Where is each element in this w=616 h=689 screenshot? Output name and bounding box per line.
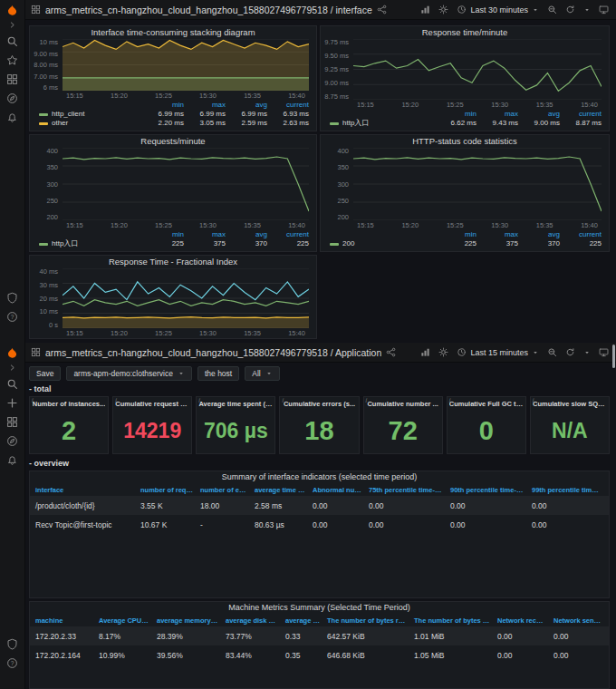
search-icon[interactable] bbox=[6, 378, 18, 390]
panel-info-icon[interactable]: i bbox=[32, 397, 34, 403]
legend-stat-header[interactable]: min bbox=[435, 110, 476, 119]
grafana-logo-icon[interactable] bbox=[5, 347, 19, 361]
service-dropdown[interactable]: arms-apm-demo:clothservice bbox=[66, 366, 192, 381]
column-header[interactable]: 75th percentile time-consuming bbox=[365, 486, 447, 494]
cycle-view-monitor-icon[interactable] bbox=[599, 5, 609, 15]
legend-series-toggle[interactable]: other bbox=[39, 119, 142, 128]
plot-area[interactable] bbox=[63, 39, 309, 91]
column-header[interactable]: 99th percentile time-consuming bbox=[528, 486, 605, 494]
panel-title[interactable]: Machine Metrics Summary (Selected Time P… bbox=[30, 602, 609, 614]
settings-gear-icon[interactable] bbox=[438, 347, 448, 357]
stat-title[interactable]: Average time spent (selected ti... bbox=[198, 400, 273, 408]
dashboard-title[interactable]: arms_metrics_cn-hangzhou_cloud_hangzhou_… bbox=[45, 347, 381, 358]
column-header[interactable]: Network receive errors bbox=[494, 616, 550, 625]
plot-area[interactable] bbox=[353, 148, 602, 220]
time-range-picker[interactable]: Last 30 minutes bbox=[457, 5, 539, 15]
alerting-bell-icon[interactable] bbox=[6, 454, 18, 466]
column-header[interactable]: number of errors bbox=[197, 486, 251, 494]
analytics-icon[interactable] bbox=[420, 347, 430, 357]
panel-info-icon[interactable]: i bbox=[449, 397, 451, 403]
sidebar-expand-icon[interactable] bbox=[8, 364, 16, 372]
host-dropdown[interactable]: All bbox=[245, 366, 279, 381]
refresh-icon[interactable] bbox=[565, 347, 575, 357]
help-icon[interactable] bbox=[6, 657, 18, 669]
legend-stat-header[interactable]: current bbox=[267, 230, 309, 239]
grafana-logo-icon[interactable] bbox=[5, 5, 19, 18]
column-header[interactable]: average load bbox=[282, 616, 323, 625]
stat-title[interactable]: Cumulative errors (s... bbox=[284, 400, 355, 408]
admin-shield-icon[interactable] bbox=[6, 638, 18, 650]
plot-area[interactable] bbox=[63, 148, 309, 220]
row-header-overview[interactable]: - overview bbox=[29, 459, 69, 468]
column-header[interactable]: The number of bytes received by the netw… bbox=[323, 616, 410, 625]
stat-title[interactable]: Number of instances... bbox=[33, 400, 105, 408]
column-header[interactable]: interface bbox=[32, 486, 137, 494]
admin-shield-icon[interactable] bbox=[6, 292, 18, 304]
column-header[interactable]: Abnormal number bbox=[309, 486, 365, 494]
alerting-bell-icon[interactable] bbox=[6, 112, 18, 123]
stat-title[interactable]: Cumulative slow SQL (selected... bbox=[533, 400, 607, 408]
zoom-out-icon[interactable] bbox=[547, 5, 557, 15]
refresh-interval-caret-icon[interactable] bbox=[583, 349, 591, 356]
stat-title[interactable]: Cumulative Full GC times (sele... bbox=[449, 400, 524, 408]
legend-stat-header[interactable]: max bbox=[184, 101, 226, 110]
explore-compass-icon[interactable] bbox=[6, 92, 18, 104]
legend-stat-header[interactable]: avg bbox=[226, 230, 267, 239]
legend-series-toggle[interactable]: http入口 bbox=[39, 239, 142, 248]
scrollbar-thumb[interactable] bbox=[612, 344, 615, 368]
cycle-view-monitor-icon[interactable] bbox=[599, 347, 609, 357]
panel-info-icon[interactable]: i bbox=[533, 397, 534, 403]
column-header[interactable]: average disk usage bbox=[222, 616, 282, 625]
legend-stat-header[interactable]: max bbox=[476, 230, 518, 239]
panel-info-icon[interactable]: i bbox=[115, 397, 117, 403]
legend-series-toggle[interactable]: http_client bbox=[39, 110, 142, 119]
analytics-icon[interactable] bbox=[420, 5, 430, 15]
column-header[interactable]: average time spent bbox=[251, 486, 309, 494]
dashboards-icon[interactable] bbox=[6, 73, 18, 85]
legend-stat-header[interactable]: min bbox=[435, 230, 476, 239]
star-icon[interactable] bbox=[6, 54, 18, 66]
explore-compass-icon[interactable] bbox=[6, 435, 18, 447]
column-header[interactable]: Network sending errors bbox=[550, 616, 605, 625]
panel-title[interactable]: Response time/minute bbox=[321, 26, 609, 39]
time-series-chart[interactable]: 40035030025020015:1515:2015:2515:3015:35… bbox=[321, 148, 609, 230]
refresh-icon[interactable] bbox=[565, 5, 575, 15]
help-icon[interactable] bbox=[6, 311, 18, 323]
plot-area[interactable] bbox=[353, 39, 602, 100]
column-header[interactable]: Average CPU usage bbox=[95, 616, 153, 625]
column-header[interactable]: machine bbox=[32, 616, 95, 625]
dashboard-title[interactable]: arms_metrics_cn-hangzhou_cloud_hangzhou_… bbox=[45, 5, 372, 15]
stat-title[interactable]: Cumulative number ... bbox=[367, 400, 438, 408]
settings-gear-icon[interactable] bbox=[438, 5, 448, 15]
plot-area[interactable] bbox=[63, 268, 309, 328]
search-icon[interactable] bbox=[6, 35, 18, 47]
panel-title[interactable]: Interface time-consuming stacking diagra… bbox=[30, 26, 316, 39]
column-header[interactable]: 90th percentile time-consuming bbox=[447, 486, 528, 494]
column-header[interactable]: average memory usage bbox=[153, 616, 222, 625]
legend-stat-header[interactable]: max bbox=[476, 110, 518, 119]
legend-stat-header[interactable]: current bbox=[560, 230, 602, 239]
legend-stat-header[interactable]: avg bbox=[518, 110, 560, 119]
column-header[interactable]: The number of bytes sent by the network bbox=[410, 616, 494, 625]
refresh-interval-caret-icon[interactable] bbox=[583, 6, 591, 14]
panel-info-icon[interactable]: i bbox=[282, 397, 284, 403]
legend-stat-header[interactable]: max bbox=[184, 230, 226, 239]
legend-series-toggle[interactable]: 200 bbox=[330, 239, 435, 248]
save-button[interactable]: Save bbox=[29, 366, 61, 381]
legend-series-toggle[interactable]: http入口 bbox=[330, 119, 435, 128]
panel-title[interactable]: Response Time - Fractional Index bbox=[30, 256, 316, 268]
legend-stat-header[interactable]: min bbox=[142, 230, 184, 239]
time-series-chart[interactable]: 9.75 ms9.50 ms9.25 ms9.00 ms8.75 ms15:15… bbox=[321, 39, 609, 110]
share-icon[interactable] bbox=[386, 347, 396, 357]
panel-title[interactable]: HTTP-status code statistics bbox=[321, 135, 609, 148]
time-range-picker[interactable]: Last 15 minutes bbox=[457, 347, 539, 357]
legend-stat-header[interactable]: current bbox=[560, 110, 602, 119]
legend-stat-header[interactable]: avg bbox=[518, 230, 560, 239]
zoom-out-icon[interactable] bbox=[547, 347, 557, 357]
sidebar-expand-icon[interactable] bbox=[8, 21, 16, 29]
panel-info-icon[interactable]: i bbox=[366, 397, 368, 403]
column-header[interactable]: number of requests bbox=[137, 486, 197, 494]
create-plus-icon[interactable] bbox=[6, 397, 18, 409]
time-series-chart[interactable]: 40035030025020015:1515:2015:2515:3015:35… bbox=[30, 148, 316, 230]
legend-stat-header[interactable]: avg bbox=[226, 101, 267, 110]
